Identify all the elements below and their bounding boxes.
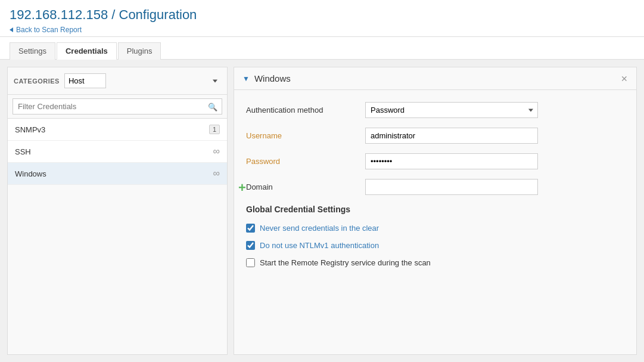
password-input[interactable] [365,153,538,169]
panel-title-text: Windows [254,73,291,83]
credential-badge: 1 [209,125,220,134]
checkbox-row-2: Do not use NTLMv1 authentication [246,241,624,250]
panel-header: ▼ Windows ✕ [234,67,636,90]
categories-header: CATEGORIES Host Network Database [8,67,227,95]
right-panel: ▼ Windows ✕ Authentication method Passwo… [234,67,637,355]
username-row: Username [246,128,624,144]
category-select[interactable]: Host Network Database [64,73,106,88]
back-to-scan-link[interactable]: Back to Scan Report [10,26,82,34]
password-row: Password [246,153,624,169]
checkbox-row-3: Start the Remote Registry service during… [246,258,624,267]
filter-box: 🔍 [8,95,227,119]
panel-body: Authentication method Password Public Ke… [234,90,636,354]
category-select-arrow-icon [213,79,217,82]
tab-settings[interactable]: Settings [10,42,55,60]
list-item-windows[interactable]: Windows ∞ [8,163,227,185]
page-header: 192.168.112.158 / Configuration Back to … [0,0,644,37]
main-content: CATEGORIES Host Network Database 🔍 SNMPv… [0,60,644,362]
start-remote-registry-checkbox[interactable] [246,258,255,267]
tabs-bar: Settings Credentials Plugins [0,37,644,60]
back-chevron-icon [10,27,13,32]
left-panel: CATEGORIES Host Network Database 🔍 SNMPv… [7,67,228,355]
no-ntlmv1-checkbox[interactable] [246,241,255,250]
category-select-wrapper: Host Network Database [64,73,221,88]
auth-method-row: Authentication method Password Public Ke… [246,102,624,118]
credential-badge: ∞ [213,147,220,156]
list-item[interactable]: SNMPv3 1 [8,119,227,141]
auth-method-label: Authentication method [246,106,365,115]
back-link-text: Back to Scan Report [16,26,82,34]
password-label: Password [246,157,365,166]
credential-name: SNMPv3 [15,125,45,134]
checkbox-row-1: Never send credentials in the clear [246,224,624,233]
no-ntlmv1-label[interactable]: Do not use NTLMv1 authentication [260,241,379,250]
domain-row: Domain [246,179,624,195]
username-label: Username [246,131,365,140]
categories-label: CATEGORIES [14,78,60,85]
filter-credentials-input[interactable] [13,98,222,115]
never-send-credentials-label[interactable]: Never send credentials in the clear [260,224,379,233]
auth-method-select[interactable]: Password Public Key Certificate [365,102,538,118]
panel-collapse-icon[interactable]: ▼ [242,75,250,83]
tab-plugins[interactable]: Plugins [118,42,161,60]
never-send-credentials-checkbox[interactable] [246,224,255,233]
list-item[interactable]: SSH ∞ [8,141,227,163]
credential-list: SNMPv3 1 SSH ∞ Windows ∞ [8,119,227,354]
filter-search-icon: 🔍 [208,102,217,111]
start-remote-registry-label[interactable]: Start the Remote Registry service during… [260,258,431,267]
tab-credentials[interactable]: Credentials [57,42,117,60]
global-settings-title: Global Credential Settings [246,205,624,214]
page-title: 192.168.112.158 / Configuration [10,7,634,23]
credential-badge: ∞ [213,169,220,178]
credential-name: SSH [15,147,31,156]
panel-close-icon[interactable]: ✕ [621,74,628,83]
username-input[interactable] [365,128,538,144]
panel-title: ▼ Windows [242,73,291,83]
auth-method-select-wrapper: Password Public Key Certificate [365,102,538,118]
domain-input[interactable] [365,179,538,195]
domain-label: Domain [246,182,365,191]
credential-name: Windows [15,169,46,178]
